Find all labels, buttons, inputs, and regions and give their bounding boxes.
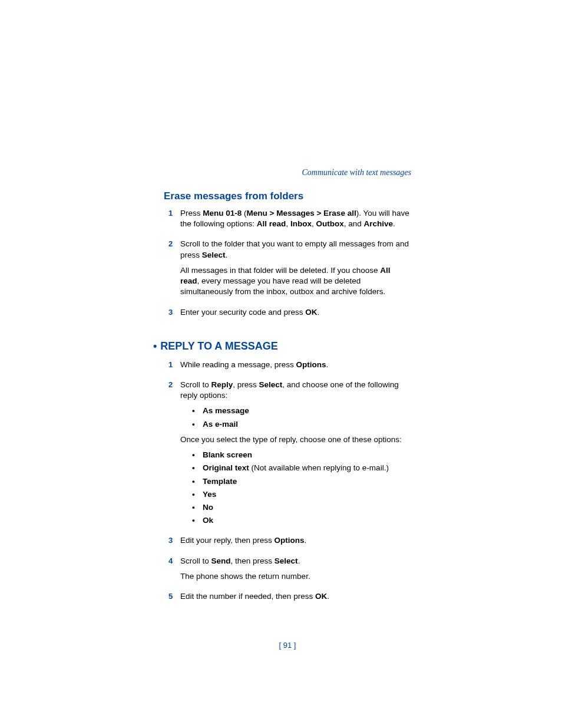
step-body: While reading a message, press Options. — [180, 360, 411, 375]
step-number: 1 — [164, 208, 180, 234]
step-number: 5 — [164, 591, 180, 607]
step-number: 2 — [164, 380, 180, 531]
document-page: Communicate with text messages Erase mes… — [164, 168, 411, 611]
list-item: •No — [192, 502, 411, 513]
step-body: Edit your reply, then press Options. — [180, 535, 411, 551]
step-body: Press Menu 01-8 (Menu > Messages > Erase… — [180, 208, 411, 234]
numbered-step: 5Edit the number if needed, then press O… — [164, 591, 411, 607]
numbered-step: 3Edit your reply, then press Options. — [164, 535, 411, 551]
numbered-step: 3Enter your security code and press OK. — [164, 307, 411, 322]
numbered-step: 1While reading a message, press Options. — [164, 360, 411, 375]
step-body: Scroll to the folder that you want to em… — [180, 239, 411, 302]
numbered-step: 4Scroll to Send, then press Select.The p… — [164, 556, 411, 587]
bullet-list: •Blank screen•Original text (Not availab… — [192, 450, 411, 526]
step-number: 3 — [164, 535, 180, 551]
step-body: Edit the number if needed, then press OK… — [180, 591, 411, 607]
step-body: Scroll to Reply, press Select, and choos… — [180, 380, 411, 531]
numbered-step: 2Scroll to the folder that you want to e… — [164, 239, 411, 302]
section1-steps: 1Press Menu 01-8 (Menu > Messages > Eras… — [164, 208, 411, 322]
list-item: •As message — [192, 406, 411, 416]
list-item: •Blank screen — [192, 450, 411, 460]
list-item: •As e-mail — [192, 419, 411, 430]
list-item: •Yes — [192, 489, 411, 500]
section-heading-reply: •REPLY TO A MESSAGE — [153, 340, 411, 353]
bullet-list: •As message•As e-mail — [192, 406, 411, 429]
list-item: •Template — [192, 476, 411, 487]
step-number: 4 — [164, 556, 180, 587]
bullet-icon: • — [153, 340, 157, 353]
section-heading-erase: Erase messages from folders — [164, 190, 411, 202]
list-item: •Original text (Not available when reply… — [192, 463, 411, 473]
numbered-step: 2Scroll to Reply, press Select, and choo… — [164, 380, 411, 531]
page-number: [ 91 ] — [164, 641, 411, 650]
step-number: 2 — [164, 239, 180, 302]
step-body: Scroll to Send, then press Select.The ph… — [180, 556, 411, 587]
step-number: 3 — [164, 307, 180, 322]
step-number: 1 — [164, 360, 180, 375]
numbered-step: 1Press Menu 01-8 (Menu > Messages > Eras… — [164, 208, 411, 234]
list-item: •Ok — [192, 515, 411, 526]
running-header: Communicate with text messages — [164, 168, 411, 177]
step-body: Enter your security code and press OK. — [180, 307, 411, 322]
section2-steps: 1While reading a message, press Options.… — [164, 360, 411, 607]
